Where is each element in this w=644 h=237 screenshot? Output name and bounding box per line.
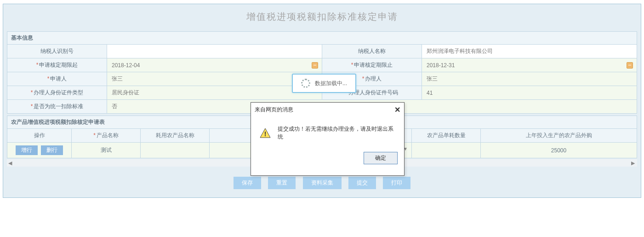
close-icon[interactable]: ✕ (394, 105, 400, 114)
label-period-end: *申请核定期限止 (322, 58, 422, 72)
print-button[interactable]: 打印 (383, 177, 410, 189)
ok-button[interactable]: 确定 (364, 152, 398, 164)
cell-consumed-name[interactable] (141, 143, 210, 158)
label-handler-id-type: *办理人身份证件类型 (7, 86, 107, 100)
value-taxpayer-id (107, 45, 322, 58)
save-button[interactable]: 保存 (234, 177, 261, 189)
scroll-right-icon[interactable]: ▶ (631, 161, 636, 165)
calendar-icon[interactable] (312, 62, 318, 69)
value-applicant[interactable]: 张三 (107, 72, 322, 86)
label-taxpayer-id: 纳税人识别号 (7, 45, 107, 58)
dialog-titlebar: 来自网页的消息 ✕ (251, 103, 404, 117)
page-title: 增值税进项税额扣除标准核定申请 (3, 4, 641, 31)
value-period-end[interactable]: 2018-12-31 (422, 58, 637, 72)
table-row: *申请核定期限起 2018-12-04 *申请核定期限止 2018-12-31 (7, 58, 637, 72)
dialog-footer: 确定 (251, 145, 404, 169)
basic-section-header: 基本信息 (7, 32, 637, 45)
dialog-message: 提交成功！若无需继续办理业务，请及时退出系统 (278, 125, 396, 141)
collect-button[interactable]: 资料采集 (303, 177, 342, 189)
table-row: 纳税人识别号 纳税人名称 郑州润泽电子科技有限公司 (7, 45, 637, 58)
dialog-body: ! 提交成功！若无需继续办理业务，请及时退出系统 (251, 117, 404, 145)
loading-toast: 数据加载中... (292, 74, 356, 93)
th-unit-qty: 农产品单耗数量 (412, 129, 481, 143)
svg-text:!: ! (264, 130, 267, 138)
add-row-button[interactable]: 增行 (16, 145, 38, 155)
th-op: 操作 (7, 129, 72, 143)
cell-last-year-buy[interactable]: 25000 (481, 143, 637, 158)
th-product-name: *产品名称 (72, 129, 141, 143)
dialog-title-text: 来自网页的消息 (255, 106, 293, 114)
value-taxpayer-name: 郑州润泽电子科技有限公司 (422, 45, 637, 58)
scroll-left-icon[interactable]: ◀ (8, 161, 13, 165)
cell-product-name[interactable]: 测试 (72, 143, 141, 158)
value-handler-id-no[interactable]: 41 (422, 86, 637, 100)
th-consumed-name: 耗用农产品名称 (141, 129, 210, 143)
loading-text: 数据加载中... (315, 80, 347, 87)
basic-section-title: 基本信息 (7, 32, 637, 45)
reset-button[interactable]: 重置 (268, 177, 296, 189)
value-period-start[interactable]: 2018-12-04 (107, 58, 322, 72)
delete-row-button[interactable]: 删行 (41, 145, 63, 155)
label-unified: *是否为统一扣除标准 (7, 100, 107, 114)
basic-info-table: 基本信息 纳税人识别号 纳税人名称 郑州润泽电子科技有限公司 *申请核定期限起 … (7, 31, 637, 114)
calendar-icon[interactable] (627, 62, 633, 69)
message-dialog: 来自网页的消息 ✕ ! 提交成功！若无需继续办理业务，请及时退出系统 确定 (251, 102, 405, 176)
label-period-start: *申请核定期限起 (7, 58, 107, 72)
cell-op: 增行 删行 (7, 143, 72, 158)
th-last-year-buy: 上年投入生产的农产品外购 (481, 129, 637, 143)
submit-button[interactable]: 提交 (348, 177, 376, 189)
label-applicant: *申请人 (7, 72, 107, 86)
value-handler[interactable]: 张三 (422, 72, 637, 86)
label-taxpayer-name: 纳税人名称 (322, 45, 422, 58)
spinner-icon (301, 79, 310, 88)
warning-icon: ! (259, 127, 271, 139)
value-handler-id-type[interactable]: 居民身份证 (107, 86, 322, 100)
cell-unit-qty[interactable] (412, 143, 481, 158)
